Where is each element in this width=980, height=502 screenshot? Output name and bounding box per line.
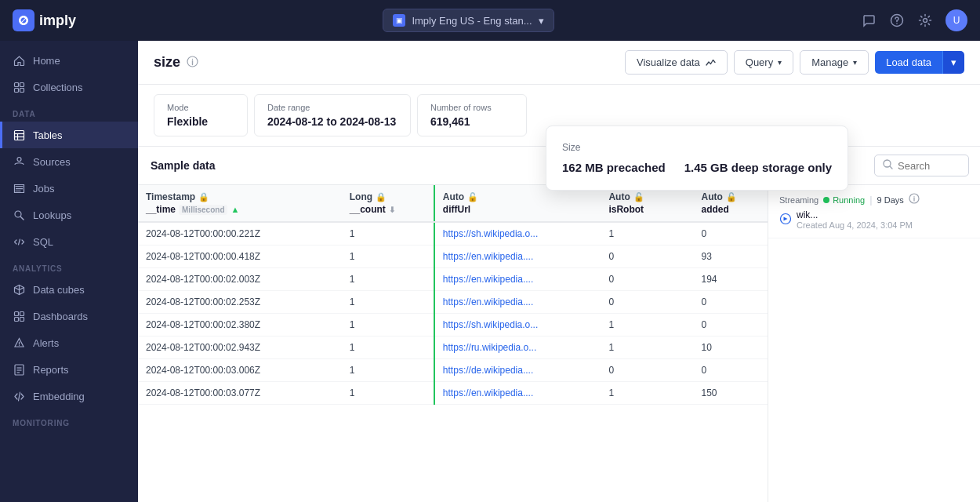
reports-icon (13, 363, 25, 376)
dashboards-icon (13, 310, 25, 322)
load-data-chevron: ▾ (951, 56, 956, 68)
stat-card-mode: Mode Flexible (154, 94, 248, 136)
load-data-button[interactable]: Load data (875, 51, 942, 74)
col-diff-url: Auto 🔓 diffUrl (434, 185, 601, 222)
sidebar-item-jobs[interactable]: Jobs (0, 175, 138, 202)
home-icon (13, 54, 25, 67)
settings-icon[interactable] (917, 13, 933, 28)
job-name: wik... (797, 209, 913, 220)
job-item-top: Streaming Running | 9 Days (779, 193, 969, 206)
sidebar-collections-label: Collections (33, 82, 83, 93)
svg-rect-18 (20, 317, 24, 321)
jobs-search-input[interactable] (898, 160, 960, 172)
table-row: 2024-08-12T00:00:03.006Z 1 https://de.wi… (138, 359, 768, 382)
lock-icon-timestamp: 🔒 (198, 192, 209, 202)
table-row: 2024-08-12T00:00:02.380Z 1 https://sh.wi… (138, 314, 768, 336)
sidebar-item-tables[interactable]: Tables (0, 122, 138, 148)
content-area: size Visualize data Query (138, 41, 980, 502)
sidebar-sources-label: Sources (33, 156, 71, 168)
cell-url: https://en.wikipedia.... (434, 382, 601, 405)
table-row: 2024-08-12T00:00:00.221Z 1 https://sh.wi… (138, 222, 768, 246)
jobs-panel: Jobs Streaming (768, 147, 980, 502)
sidebar-item-alerts[interactable]: Alerts (0, 329, 138, 356)
svg-point-20 (18, 344, 19, 345)
rows-value: 619,461 (430, 115, 514, 128)
visualize-data-button[interactable]: Visualize data (625, 50, 728, 75)
cell-count: 1 (342, 314, 434, 336)
chart-icon (705, 57, 716, 68)
job-item-bottom: wik... Created Aug 4, 2024, 3:04 PM (779, 209, 969, 230)
date-range-label: Date range (267, 103, 397, 112)
env-selector[interactable]: ▣ Imply Eng US - Eng stan... ▾ (383, 9, 554, 32)
sidebar-alerts-label: Alerts (33, 337, 59, 349)
svg-rect-4 (20, 82, 24, 86)
top-nav: imply ▣ Imply Eng US - Eng stan... ▾ (0, 0, 980, 41)
sidebar-item-home[interactable]: Home (0, 47, 138, 74)
sample-data-title: Sample data (151, 159, 215, 172)
col-timestamp: Timestamp 🔒 __time Millisecond ▲ (138, 185, 342, 222)
svg-line-30 (890, 166, 892, 169)
sidebar-item-lookups[interactable]: Lookups (0, 202, 138, 228)
cell-added: 150 (693, 382, 768, 405)
table-row: 2024-08-12T00:00:02.003Z 1 https://en.wi… (138, 268, 768, 291)
manage-button[interactable]: Manage ▾ (800, 50, 869, 75)
page-info-icon[interactable] (187, 56, 198, 70)
cell-added: 194 (693, 268, 768, 291)
sidebar-home-label: Home (33, 55, 60, 67)
job-details: wik... Created Aug 4, 2024, 3:04 PM (797, 209, 913, 230)
cell-added: 10 (693, 336, 768, 359)
job-meta: Created Aug 4, 2024, 3:04 PM (797, 220, 913, 230)
embedding-icon (13, 390, 25, 402)
job-status-badge: Running (823, 195, 865, 205)
cell-count: 1 (342, 246, 434, 268)
sidebar-item-sources[interactable]: Sources (0, 148, 138, 175)
unlock-icon-added: 🔓 (726, 192, 737, 202)
sidebar-item-data-cubes[interactable]: Data cubes (0, 276, 138, 303)
cell-url: https://sh.wikipedia.o... (434, 314, 601, 336)
env-chevron: ▾ (539, 15, 544, 27)
cell-time: 2024-08-12T00:00:02.003Z (138, 268, 342, 291)
query-button[interactable]: Query ▾ (734, 50, 793, 75)
cell-time: 2024-08-12T00:00:03.077Z (138, 382, 342, 405)
help-icon[interactable] (889, 13, 905, 28)
size-tooltip-values: 162 MB precached 1.45 GB deep storage on… (562, 161, 832, 174)
app-logo[interactable]: imply (13, 9, 76, 31)
sidebar-item-reports[interactable]: Reports (0, 356, 138, 383)
load-data-dropdown-button[interactable]: ▾ (942, 51, 964, 74)
load-data-split-button: Load data ▾ (875, 51, 964, 74)
jobs-search[interactable] (874, 155, 969, 176)
cell-time: 2024-08-12T00:00:02.253Z (138, 291, 342, 314)
svg-rect-6 (20, 88, 24, 92)
table-row: 2024-08-12T00:00:02.253Z 1 https://en.wi… (138, 291, 768, 314)
cell-time: 2024-08-12T00:00:02.380Z (138, 314, 342, 336)
collections-icon (13, 81, 25, 93)
cell-added: 0 (693, 291, 768, 314)
streaming-icon (779, 213, 792, 227)
page-title-row: size (154, 54, 198, 71)
cell-count: 1 (342, 359, 434, 382)
sidebar-item-collections[interactable]: Collections (0, 74, 138, 100)
sidebar-item-embedding[interactable]: Embedding (0, 383, 138, 409)
topnav-actions: U (861, 9, 967, 31)
sidebar-item-sql[interactable]: SQL (0, 228, 138, 255)
job-status-label: Running (833, 195, 865, 205)
job-info-icon[interactable] (909, 193, 920, 206)
table-row: 2024-08-12T00:00:02.943Z 1 https://ru.wi… (138, 336, 768, 359)
cell-time: 2024-08-12T00:00:03.006Z (138, 359, 342, 382)
cell-count: 1 (342, 291, 434, 314)
svg-rect-16 (20, 311, 24, 315)
mode-label: Mode (167, 103, 234, 112)
svg-point-32 (913, 196, 914, 197)
unlock-icon-diffurl: 🔓 (467, 192, 478, 202)
topnav-center: ▣ Imply Eng US - Eng stan... ▾ (85, 9, 851, 32)
sidebar-tables-label: Tables (33, 129, 63, 141)
analytics-section-label: ANALYTICS (0, 255, 138, 276)
user-avatar[interactable]: U (946, 9, 967, 31)
job-separator: | (869, 194, 872, 206)
table-row: 2024-08-12T00:00:00.418Z 1 https://en.wi… (138, 246, 768, 268)
svg-rect-5 (14, 88, 18, 92)
chat-icon[interactable] (861, 13, 877, 28)
cell-is-robot: 1 (601, 382, 693, 405)
sidebar-item-dashboards[interactable]: Dashboards (0, 303, 138, 329)
sort-asc-icon: ▲ (230, 205, 239, 214)
